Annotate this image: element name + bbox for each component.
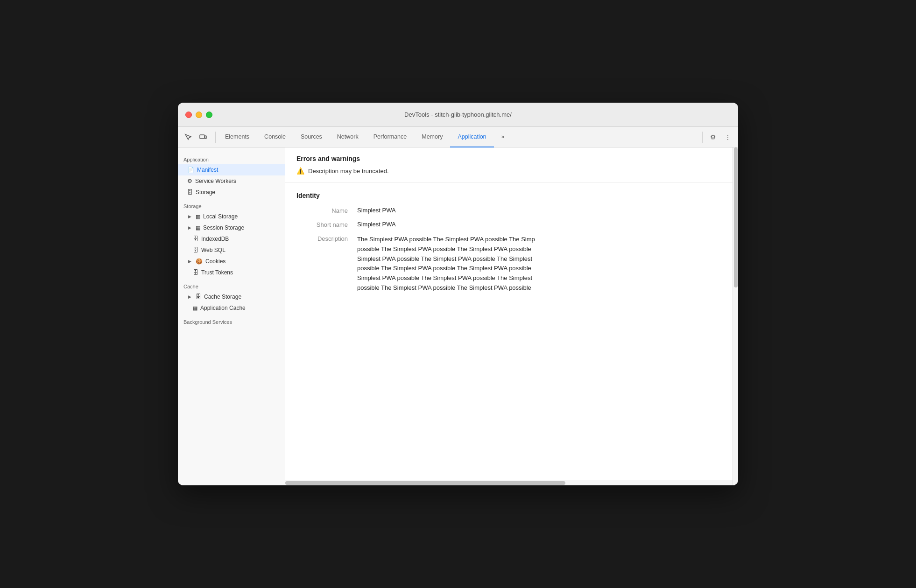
trust-tokens-icon: 🗄 — [193, 269, 198, 276]
sidebar-section-cache: Cache — [178, 278, 285, 291]
sidebar-section-storage: Storage — [178, 198, 285, 211]
close-button[interactable] — [185, 112, 192, 118]
manifest-icon: 📄 — [187, 167, 194, 173]
devtools-window: DevTools - stitch-glib-typhoon.glitch.me… — [178, 103, 738, 485]
cookies-icon: 🍪 — [196, 258, 203, 265]
warning-text: Description may be truncated. — [308, 168, 389, 175]
tab-elements[interactable]: Elements — [218, 127, 257, 147]
maximize-button[interactable] — [206, 112, 212, 118]
sidebar-item-label-indexeddb: IndexedDB — [201, 236, 229, 242]
desc-line3: Simplest PWA possible The Simplest PWA p… — [357, 254, 721, 264]
content-scroll[interactable]: Errors and warnings ⚠️ Description may b… — [285, 147, 733, 480]
toolbar-right: ⚙ ⋮ — [700, 131, 734, 144]
short-name-value: Simplest PWA — [357, 221, 721, 228]
sidebar-item-label-storage-app: Storage — [196, 189, 215, 196]
toolbar: Elements Console Sources Network Perform… — [178, 127, 738, 147]
window-title: DevTools - stitch-glib-typhoon.glitch.me… — [404, 111, 512, 118]
sidebar-item-trust-tokens[interactable]: 🗄 Trust Tokens — [178, 267, 285, 278]
settings-button[interactable]: ⚙ — [706, 131, 719, 144]
sidebar-item-label-local-storage: Local Storage — [203, 213, 238, 220]
desc-line5: Simplest PWA possible The Simplest PWA p… — [357, 273, 721, 283]
errors-section: Errors and warnings ⚠️ Description may b… — [285, 147, 733, 182]
sidebar-item-application-cache[interactable]: ▦ Application Cache — [178, 302, 285, 314]
sidebar-section-application: Application — [178, 151, 285, 164]
sidebar-item-label-trust-tokens: Trust Tokens — [201, 269, 233, 276]
desc-line6: possible The Simplest PWA possible The S… — [357, 283, 721, 293]
sidebar-item-cookies[interactable]: ▶ 🍪 Cookies — [178, 256, 285, 267]
toolbar-divider — [215, 132, 216, 143]
expand-icon-local-storage: ▶ — [187, 214, 192, 219]
cache-storage-icon: 🗄 — [196, 294, 201, 300]
tab-application[interactable]: Application — [450, 127, 493, 147]
desc-line1: The Simplest PWA possible The Simplest P… — [357, 235, 721, 245]
sidebar-item-label-cookies: Cookies — [205, 258, 225, 265]
sidebar-item-indexeddb[interactable]: 🗄 IndexedDB — [178, 233, 285, 245]
toolbar-separator — [702, 132, 703, 143]
warning-icon: ⚠️ — [296, 167, 304, 175]
desc-line2: possible The Simplest PWA possible The S… — [357, 245, 721, 254]
minimize-button[interactable] — [196, 112, 202, 118]
content-panel: Errors and warnings ⚠️ Description may b… — [285, 147, 733, 485]
warning-row: ⚠️ Description may be truncated. — [296, 167, 721, 175]
titlebar: DevTools - stitch-glib-typhoon.glitch.me… — [178, 103, 738, 127]
sidebar-item-local-storage[interactable]: ▶ ▦ Local Storage — [178, 211, 285, 222]
tab-sources[interactable]: Sources — [293, 127, 330, 147]
tab-memory[interactable]: Memory — [414, 127, 450, 147]
name-label: Name — [296, 207, 357, 214]
expand-icon-cache-storage: ▶ — [187, 294, 192, 299]
storage-app-icon: 🗄 — [187, 189, 193, 196]
short-name-label: Short name — [296, 221, 357, 228]
sidebar-item-label-service-workers: Service Workers — [195, 178, 236, 184]
sidebar-item-manifest[interactable]: 📄 Manifest — [178, 164, 285, 175]
content-area: Errors and warnings ⚠️ Description may b… — [285, 147, 738, 485]
description-label: Description — [296, 235, 357, 293]
sidebar: Application 📄 Manifest ⚙ Service Workers… — [178, 147, 285, 485]
svg-rect-0 — [200, 135, 204, 139]
sidebar-item-service-workers[interactable]: ⚙ Service Workers — [178, 175, 285, 187]
tab-performance[interactable]: Performance — [366, 127, 415, 147]
desc-line4: possible The Simplest PWA possible The S… — [357, 264, 721, 273]
tab-console[interactable]: Console — [257, 127, 293, 147]
local-storage-icon: ▦ — [196, 214, 200, 220]
toolbar-icons — [182, 131, 210, 144]
indexeddb-icon: 🗄 — [193, 236, 198, 242]
session-storage-icon: ▦ — [196, 225, 200, 231]
sidebar-item-web-sql[interactable]: 🗄 Web SQL — [178, 245, 285, 256]
identity-section: Identity Name Simplest PWA Short name Si… — [285, 182, 733, 309]
expand-icon-cookies: ▶ — [187, 259, 192, 264]
identity-title: Identity — [296, 192, 721, 199]
sidebar-section-background: Background Services — [178, 314, 285, 327]
v-scrollbar-thumb — [734, 147, 738, 287]
traffic-lights — [185, 112, 212, 118]
main-content: Application 📄 Manifest ⚙ Service Workers… — [178, 147, 738, 485]
sidebar-item-label-manifest: Manifest — [197, 167, 218, 173]
sidebar-item-session-storage[interactable]: ▶ ▦ Session Storage — [178, 222, 285, 233]
errors-title: Errors and warnings — [296, 155, 721, 162]
inspect-icon[interactable] — [182, 131, 195, 144]
h-scrollbar-thumb — [285, 481, 565, 485]
sidebar-item-label-session-storage: Session Storage — [203, 224, 244, 231]
device-toggle-icon[interactable] — [197, 131, 210, 144]
tab-network[interactable]: Network — [330, 127, 366, 147]
more-options-button[interactable]: ⋮ — [721, 131, 734, 144]
name-value: Simplest PWA — [357, 207, 721, 214]
service-workers-icon: ⚙ — [187, 178, 192, 184]
identity-row-name: Name Simplest PWA — [296, 207, 721, 214]
tab-more[interactable]: » — [494, 127, 512, 147]
horizontal-scrollbar[interactable] — [285, 480, 733, 485]
vertical-scrollbar[interactable] — [733, 147, 738, 485]
tabs: Elements Console Sources Network Perform… — [218, 127, 700, 147]
sidebar-item-label-application-cache: Application Cache — [200, 305, 246, 311]
identity-row-short-name: Short name Simplest PWA — [296, 221, 721, 228]
sidebar-item-cache-storage[interactable]: ▶ 🗄 Cache Storage — [178, 291, 285, 302]
sidebar-item-storage-app[interactable]: 🗄 Storage — [178, 187, 285, 198]
svg-rect-1 — [205, 136, 206, 139]
web-sql-icon: 🗄 — [193, 247, 198, 253]
sidebar-item-label-cache-storage: Cache Storage — [204, 294, 241, 300]
identity-row-description: Description The Simplest PWA possible Th… — [296, 235, 721, 293]
application-cache-icon: ▦ — [193, 305, 197, 311]
sidebar-item-label-web-sql: Web SQL — [201, 247, 225, 253]
expand-icon-session-storage: ▶ — [187, 225, 192, 230]
description-value: The Simplest PWA possible The Simplest P… — [357, 235, 721, 293]
